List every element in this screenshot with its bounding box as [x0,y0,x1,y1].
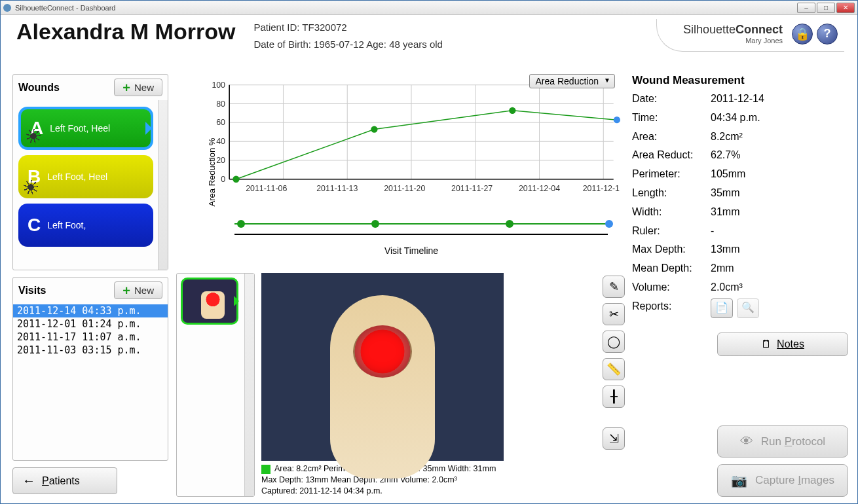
measurement-title: Wound Measurement [632,74,848,87]
window-minimize-button[interactable]: – [797,3,815,13]
visit-list: 2011-12-14 04:33 p.m. 2011-12-01 01:24 p… [13,303,168,358]
wound-image[interactable] [261,273,504,461]
ruler-tool-button[interactable]: 📏 [603,358,625,380]
timeline-label: Visit Timeline [202,245,620,256]
wound-item-c[interactable]: C Left Foot, [18,204,153,247]
svg-text:80: 80 [216,99,225,109]
legend-swatch [261,465,270,474]
plus-icon: + [122,287,130,295]
svg-text:2011-12-11: 2011-12-11 [583,184,620,193]
area-reduction-chart: 0 20 40 60 80 100 2011-11-06 2011-11-13 … [202,77,620,201]
image-meta: Area: 8.2cm² Perimeter: 105mm Length: 35… [261,463,594,497]
image-tools: ✎ ✂ ◯ 📏 ╂ ⇲ [601,273,627,497]
svg-text:2011-12-04: 2011-12-04 [519,184,560,193]
capture-images-button[interactable]: 📷 Capture Images [717,464,848,497]
svg-point-35 [506,220,513,228]
plus-icon: + [122,84,130,92]
wounds-title: Wounds [18,82,60,94]
camera-icon: 📷 [731,473,747,488]
svg-point-29 [509,107,515,114]
svg-point-33 [237,220,245,228]
window-maximize-button[interactable]: □ [817,3,835,13]
svg-text:40: 40 [216,137,225,146]
notes-icon: 🗒 [761,338,772,350]
crop-tool-button[interactable]: ✂ [603,303,625,325]
protocol-icon: 👁 [740,434,753,449]
visit-item[interactable]: 2011-11-17 11:07 a.m. [13,331,168,344]
measurement-row: Mean Depth:2mm [632,259,848,278]
export-tool-button[interactable]: ⇲ [603,427,625,450]
measurement-row: Perimeter:105mm [632,165,848,184]
svg-text:2011-11-20: 2011-11-20 [384,184,425,193]
help-button[interactable]: ? [817,24,838,45]
svg-text:2011-11-06: 2011-11-06 [246,184,287,193]
window-titlebar: SilhouetteConnect - Dashboard – □ ✕ [1,1,857,15]
gear-icon[interactable] [24,180,38,194]
chart-ylabel: Area Reduction % [207,138,217,207]
brand-box: SilhouetteConnect Mary Jones 🔒 ? [656,19,844,52]
measurement-row: Ruler:- [632,222,848,241]
run-protocol-button[interactable]: 👁 Run Protocol [717,425,848,458]
lock-button[interactable]: 🔒 [792,24,813,45]
visit-item[interactable]: 2011-12-01 01:24 p.m. [13,317,168,331]
window-title: SilhouetteConnect - Dashboard [15,4,115,12]
measurement-row: Length:35mm [632,184,848,203]
visits-title: Visits [18,285,46,297]
image-thumbnail[interactable] [181,278,238,325]
visit-item[interactable]: 2011-11-03 03:15 p.m. [13,344,168,357]
svg-text:2011-11-13: 2011-11-13 [316,184,358,193]
svg-text:0: 0 [221,175,225,184]
notes-button[interactable]: 🗒 Notes [717,333,848,356]
app-icon [3,4,11,12]
svg-text:2011-11-27: 2011-11-27 [451,184,493,193]
new-wound-button[interactable]: + New [114,79,162,96]
new-visit-button[interactable]: + New [114,281,162,299]
logged-in-user: Mary Jones [683,37,783,45]
visit-timeline [202,216,620,242]
patient-id: Patient ID: TF320072 [253,19,443,36]
patient-name: Alexandra M Morrow [16,19,235,45]
svg-text:100: 100 [212,81,225,90]
svg-point-28 [371,126,377,132]
wound-item-b[interactable]: B Left Foot, Heel [18,155,153,198]
wound-item-a[interactable]: A Left Foot, Heel [18,107,153,150]
back-arrow-icon: ← [22,473,35,488]
edit-tool-button[interactable]: ✎ [603,276,625,298]
svg-point-27 [233,176,239,183]
chart-area: Area Reduction Area Reduction % [176,74,627,270]
measurement-row: Time:04:34 p.m. [632,109,848,128]
svg-text:20: 20 [216,156,225,165]
measurement-row: Volume:2.0cm³ [632,278,848,297]
outline-tool-button[interactable]: ◯ [603,331,625,353]
wounds-panel: Wounds + New A Left Foot, Heel B Left Fo… [12,74,168,270]
patients-button[interactable]: ← Patients [12,467,117,494]
window-close-button[interactable]: ✕ [836,3,855,13]
svg-point-36 [605,220,613,228]
measurement-row: Reports:📄🔍 [632,297,848,318]
gear-icon[interactable] [26,129,41,143]
chart-metric-dropdown[interactable]: Area Reduction [529,74,615,88]
svg-text:60: 60 [216,118,225,127]
measurement-row: Date:2011-12-14 [632,90,848,109]
visit-item[interactable]: 2011-12-14 04:33 p.m. [13,304,168,317]
measurement-row: Area:8.2cm² [632,128,848,147]
measurement-row: Width:31mm [632,203,848,222]
depth-tool-button[interactable]: ╂ [603,386,625,408]
measurement-row: Area Reduct:62.7% [632,146,848,165]
report-add-button[interactable]: 📄 [711,298,733,318]
svg-point-34 [371,220,379,228]
thumbnail-list [176,273,255,497]
svg-point-30 [614,117,620,123]
patient-dob: Date of Birth: 1965-07-12 Age: 48 years … [253,36,443,53]
visits-panel: Visits + New 2011-12-14 04:33 p.m. 2011-… [12,277,168,461]
measurement-row: Max Depth:13mm [632,240,848,259]
report-view-button[interactable]: 🔍 [737,298,759,318]
